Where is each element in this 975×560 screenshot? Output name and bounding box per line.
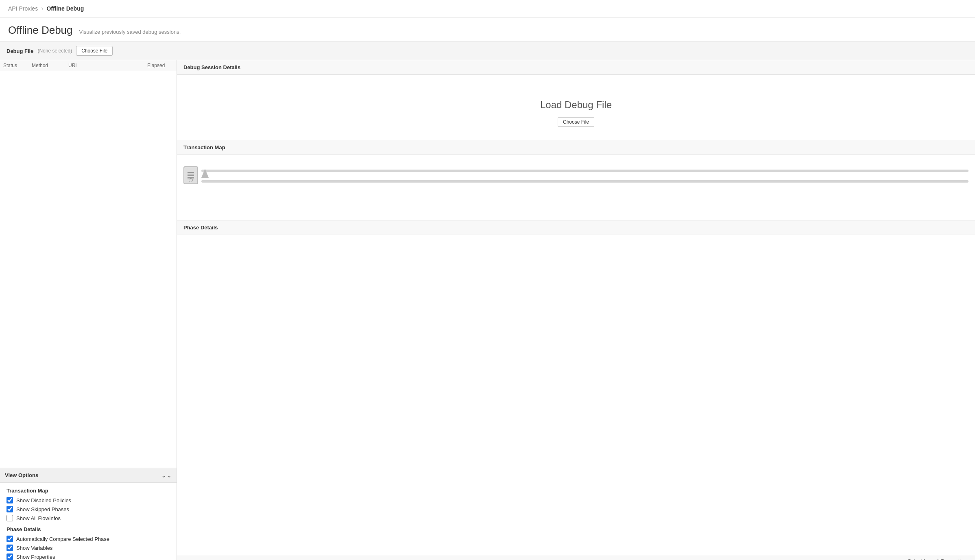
show-disabled-policies-checkbox[interactable] bbox=[7, 497, 13, 503]
choose-file-button-top[interactable]: Choose File bbox=[76, 46, 113, 56]
page-title: Offline Debug bbox=[8, 24, 73, 37]
breadcrumb-parent[interactable]: API Proxies bbox=[8, 5, 38, 12]
breadcrumb-current: Offline Debug bbox=[46, 5, 84, 12]
phone-icon bbox=[183, 166, 198, 184]
show-skipped-phases-label[interactable]: Show Skipped Phases bbox=[16, 506, 69, 512]
choose-file-button-main[interactable]: Choose File bbox=[558, 117, 594, 127]
checkbox-show-all-flowinfos: Show All FlowInfos bbox=[7, 515, 170, 521]
phase-details-section-label: Phase Details bbox=[7, 526, 170, 532]
transaction-list-header: Status Method URI Elapsed bbox=[0, 60, 177, 71]
view-options-header[interactable]: View Options ⌄⌄ bbox=[0, 468, 177, 483]
auto-compare-checkbox[interactable] bbox=[7, 536, 13, 542]
collapse-icon[interactable]: ⌄⌄ bbox=[161, 471, 172, 479]
show-disabled-policies-label[interactable]: Show Disabled Policies bbox=[16, 497, 71, 503]
load-debug-title: Load Debug File bbox=[540, 99, 612, 111]
left-panel: Status Method URI Elapsed View Options ⌄… bbox=[0, 60, 177, 560]
col-status: Status bbox=[0, 63, 28, 68]
debug-file-bar: Debug File (None selected) Choose File bbox=[0, 42, 975, 60]
arrow-lines bbox=[201, 166, 968, 183]
checkbox-auto-compare: Automatically Compare Selected Phase bbox=[7, 536, 170, 542]
col-uri: URI bbox=[65, 63, 144, 68]
main-layout: Status Method URI Elapsed View Options ⌄… bbox=[0, 60, 975, 560]
breadcrumb-separator: › bbox=[41, 5, 43, 12]
top-request-line bbox=[201, 170, 968, 172]
view-options-label: View Options bbox=[5, 472, 38, 478]
transaction-list-body bbox=[0, 71, 177, 468]
transaction-map-header: Transaction Map bbox=[177, 140, 975, 155]
phase-details-body bbox=[177, 235, 975, 555]
load-debug-area: Load Debug File Choose File bbox=[177, 75, 975, 140]
show-all-flowinfos-checkbox[interactable] bbox=[7, 515, 13, 521]
breadcrumb: API Proxies › Offline Debug bbox=[0, 0, 975, 17]
checkbox-show-properties: Show Properties bbox=[7, 553, 170, 560]
checkbox-show-variables: Show Variables bbox=[7, 545, 170, 551]
debug-file-none-selected: (None selected) bbox=[37, 48, 72, 54]
show-skipped-phases-checkbox[interactable] bbox=[7, 506, 13, 512]
debug-session-header: Debug Session Details bbox=[177, 60, 975, 75]
page-header: Offline Debug Visualize previously saved… bbox=[0, 17, 975, 42]
debug-file-label: Debug File bbox=[7, 48, 33, 54]
col-method: Method bbox=[28, 63, 65, 68]
show-all-flowinfos-label[interactable]: Show All FlowInfos bbox=[16, 515, 61, 521]
transaction-map-body bbox=[177, 155, 975, 220]
auto-compare-label[interactable]: Automatically Compare Selected Phase bbox=[16, 536, 109, 542]
view-options: View Options ⌄⌄ Transaction Map Show Dis… bbox=[0, 468, 177, 560]
arrow-head-up bbox=[201, 169, 209, 178]
checkbox-show-disabled-policies: Show Disabled Policies bbox=[7, 497, 170, 503]
phase-details-options-section: Phase Details Automatically Compare Sele… bbox=[7, 526, 170, 560]
transaction-map-section: Transaction Map bbox=[177, 140, 975, 220]
transaction-map-section-label: Transaction Map bbox=[7, 488, 170, 494]
checkbox-show-skipped-phases: Show Skipped Phases bbox=[7, 506, 170, 512]
output-bar-label: Output from all Transactions bbox=[907, 558, 968, 560]
right-panel: Debug Session Details Load Debug File Ch… bbox=[177, 60, 975, 560]
col-elapsed: Elapsed bbox=[144, 63, 177, 68]
page-subtitle: Visualize previously saved debug session… bbox=[79, 29, 181, 35]
output-bar: Output from all Transactions bbox=[177, 555, 975, 560]
bottom-response-line bbox=[201, 180, 968, 183]
show-variables-label[interactable]: Show Variables bbox=[16, 545, 52, 551]
transaction-map-visual bbox=[183, 163, 968, 187]
show-properties-label[interactable]: Show Properties bbox=[16, 554, 55, 560]
phase-details-header: Phase Details bbox=[177, 220, 975, 235]
show-variables-checkbox[interactable] bbox=[7, 545, 13, 551]
show-properties-checkbox[interactable] bbox=[7, 553, 13, 560]
view-options-body: Transaction Map Show Disabled Policies S… bbox=[0, 483, 177, 560]
